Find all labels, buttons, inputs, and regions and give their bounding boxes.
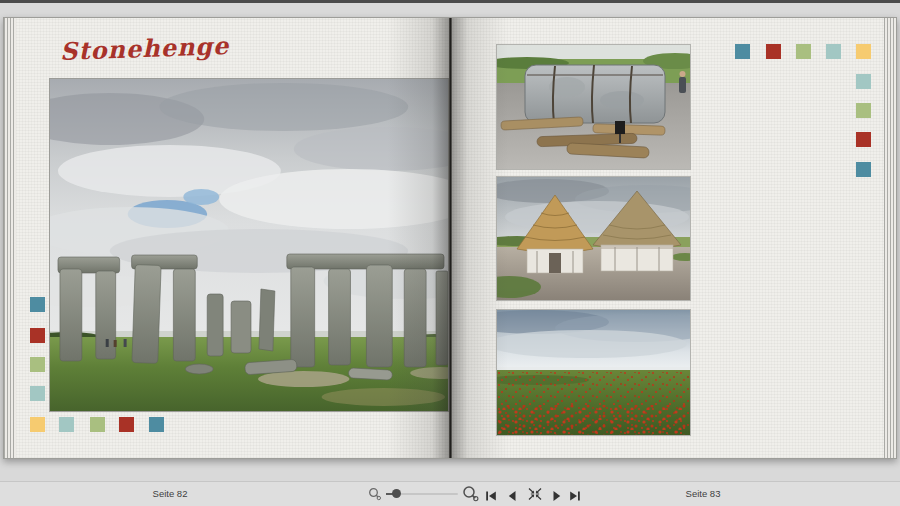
swatch-red	[30, 328, 45, 343]
swatch-cyan	[856, 74, 871, 89]
page-stack-edge-left	[4, 18, 16, 458]
swatch-teal	[30, 297, 45, 312]
swatch-cyan	[30, 386, 45, 401]
swatch-teal	[856, 162, 871, 177]
swatch-green	[796, 44, 811, 59]
swatch-red	[119, 417, 134, 432]
page-left: Stonehenge	[4, 18, 450, 458]
page-right: Lage Das prähistorische Monument steht a…	[450, 18, 896, 458]
swatch-green	[856, 103, 871, 118]
flipbook-viewer-app: { "book": { "left_page": { "title": "Sto…	[0, 0, 900, 506]
fit-to-screen-button[interactable]	[527, 487, 543, 505]
photo-book-spread: Stonehenge	[3, 17, 897, 459]
sledge-stone-photo	[496, 44, 691, 170]
page-stack-edge-right	[884, 18, 896, 458]
left-page-label: Seite 82	[130, 488, 210, 499]
previous-page-button[interactable]	[508, 488, 517, 506]
swatch-cyan	[59, 417, 74, 432]
swatch-teal	[149, 417, 164, 432]
right-page-label: Seite 83	[663, 488, 743, 499]
first-page-button[interactable]	[485, 488, 497, 506]
zoom-slider-handle[interactable]	[392, 489, 401, 498]
neolithic-huts-photo	[496, 176, 691, 301]
swatch-green	[30, 357, 45, 372]
zoom-in-button[interactable]	[462, 485, 480, 506]
poppy-field-photo	[496, 309, 691, 436]
zoom-out-button[interactable]	[368, 487, 382, 505]
page-title: Stonehenge	[60, 31, 230, 66]
top-bar	[0, 0, 900, 3]
swatch-cyan	[826, 44, 841, 59]
book-spine-gutter	[449, 18, 452, 458]
next-page-button[interactable]	[552, 488, 561, 506]
swatch-yellow	[30, 417, 45, 432]
swatch-red	[766, 44, 781, 59]
swatch-green	[90, 417, 105, 432]
swatch-red	[856, 132, 871, 147]
stonehenge-main-photo	[49, 78, 449, 412]
swatch-teal	[735, 44, 750, 59]
last-page-button[interactable]	[569, 488, 581, 506]
swatch-yellow	[856, 44, 871, 59]
